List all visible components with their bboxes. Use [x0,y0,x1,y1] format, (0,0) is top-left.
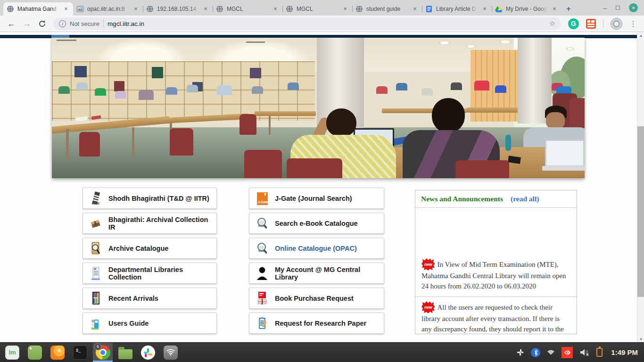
browser-menu-icon[interactable]: ⋮ [629,19,637,28]
profile-avatar[interactable] [611,18,622,30]
quicklink-label: My Account @ MG Central Library [275,266,380,281]
tab-close-icon[interactable]: × [272,5,279,13]
orange-extension-icon[interactable] [586,19,596,29]
grammarly-extension-icon[interactable]: G [568,18,579,29]
reload-icon[interactable] [38,20,46,28]
quicklink-jgate[interactable]: J-Gate J-Gate (Journal Search) [249,188,384,209]
globe-favicon [216,5,223,13]
quicklink-book-purchase[interactable]: Book Purchase Request [249,288,384,309]
quicklink-search-ebook[interactable]: Search e-Book Catalogue [249,213,384,234]
tab-close-icon[interactable]: × [341,5,349,13]
research-paper-icon [256,316,268,331]
back-icon[interactable]: ← [7,19,16,28]
show-desktop-button[interactable] [25,343,45,362]
quicklink-users-guide[interactable]: Users Guide [83,313,217,334]
quicklink-departmental-libraries[interactable]: Departmental Libraries Collection [83,263,217,284]
news-item-text: All the users are requested to check the… [421,304,564,333]
quicklink-label: Recent Arrivals [108,295,158,302]
chrome-task-button[interactable]: 6 [93,343,113,362]
network-tool-launcher[interactable] [161,343,181,362]
tab-close-icon[interactable]: × [202,5,209,13]
tab-title: MGCL [297,6,338,12]
tab-close-icon[interactable]: × [411,5,419,13]
tab-mgcl-1[interactable]: MGCL × [213,2,282,16]
bluetooth-icon[interactable] [531,348,540,357]
quicklink-archive-catalogue[interactable]: Archive Catalogue [83,238,217,259]
quicklink-label: Users Guide [108,320,149,327]
window-close-icon[interactable]: ✕ [629,3,638,12]
volume-muted-icon[interactable] [579,348,590,356]
departmental-libraries-icon [90,266,102,281]
quicklink-my-account[interactable]: My Account @ MG Central Library [249,263,384,284]
quicklink-label: Request for Research Paper [275,320,366,327]
scroll-up-icon[interactable]: ▲ [637,32,644,39]
tab-close-icon[interactable]: × [132,5,140,13]
quicklink-label: Bhagirathi: Archival Collection IR [108,216,213,231]
quicklink-shodh-bhagirathi[interactable]: Shodh Bhagirathi (T&D @ IITR) [83,188,217,209]
tab-title: Mahatma Gand [17,6,59,12]
tab-student-guide[interactable]: student guide × [352,2,422,16]
read-all-link[interactable]: (read all) [511,195,539,203]
news-header: News and Announcements (read all) [415,190,577,208]
terminal-launcher[interactable]: $_ [70,343,90,362]
window-minimize-icon[interactable]: – [603,6,607,10]
photo-chair [170,128,193,156]
file-manager-launcher[interactable] [116,343,135,362]
vertical-scrollbar[interactable]: ▲ ▼ [637,32,644,342]
info-icon[interactable]: i [59,20,66,27]
battery-icon[interactable] [596,348,603,357]
quicklink-label: J-Gate (Journal Search) [275,195,352,202]
recent-arrivals-icon [90,291,102,306]
terminal-icon: $_ [73,346,87,360]
quicklink-label: Search e-Book Catalogue [275,220,358,227]
tab-close-icon[interactable]: × [481,5,488,13]
scroll-down-icon[interactable]: ▼ [637,336,644,342]
news-item-text: In View of Mid Term Examination (MTE), M… [421,261,566,290]
tab-opac[interactable]: opac.iitr.ac.in:8 × [73,2,143,16]
photo-ceiling-light [466,44,476,49]
tab-close-icon[interactable]: × [551,5,558,13]
photo-chair [239,114,256,135]
new-tab-button[interactable]: + [561,2,576,16]
taskbar-clock[interactable]: 1:49 PM [611,348,638,356]
address-bar[interactable]: i Not secure mgcl.iitr.ac.in ☆ [53,17,561,30]
photo-person-head [432,98,465,133]
slack-tray-icon[interactable] [516,348,524,356]
photo-table-leg [269,116,271,135]
quicklink-label: Departmental Libraries Collection [108,266,213,281]
news-title: News and Announcements [421,195,503,203]
new-badge: new [421,301,435,313]
user-account-icon [256,266,268,281]
tab-mgcl-2[interactable]: MGCL × [282,2,352,16]
tab-close-icon[interactable]: × [62,5,70,13]
mint-menu-button[interactable]: lm [2,343,22,362]
quicklink-research-paper[interactable]: Request for Research Paper [249,313,384,334]
photo-ceiling-fan [246,41,265,43]
tab-my-drive[interactable]: My Drive - Goog × [492,2,561,16]
anydesk-icon[interactable] [561,347,573,358]
tab-ip-address[interactable]: 192.168.105.14 × [143,2,213,16]
photo-chair [455,160,509,178]
quicklink-opac[interactable]: Online Catalogue (OPAC) [249,238,384,259]
taskbar: lm $_ 6 1:49 PM [0,342,644,362]
photo-person [546,112,565,129]
network-status-icon[interactable] [547,349,555,355]
library-photo [52,38,585,178]
window-maximize-icon[interactable] [616,6,620,10]
quicklink-bhagirathi-archival[interactable]: Bhagirathi: Archival Collection IR [83,213,217,234]
quicklink-label: Online Catalogue (OPAC) [275,245,357,252]
photo-person-head [326,108,356,137]
tab-mahatma-gandhi[interactable]: Mahatma Gand × [3,2,73,16]
tab-library-article[interactable]: Library Article D × [422,2,492,16]
toolbar-divider [603,19,603,28]
scrollbar-thumb[interactable] [637,126,644,297]
bookmark-star-icon[interactable]: ☆ [549,19,555,28]
tab-title: student guide [366,6,408,12]
forward-icon[interactable]: → [23,19,31,28]
quicklink-recent-arrivals[interactable]: Recent Arrivals [83,288,217,309]
browser-toolbar: ← → i Not secure mgcl.iitr.ac.in ☆ G ⋮ [0,16,644,32]
svg-text:J-Gate: J-Gate [257,200,268,204]
slack-launcher[interactable] [138,343,158,362]
firefox-launcher[interactable] [48,343,67,362]
search-books-icon [256,216,268,231]
